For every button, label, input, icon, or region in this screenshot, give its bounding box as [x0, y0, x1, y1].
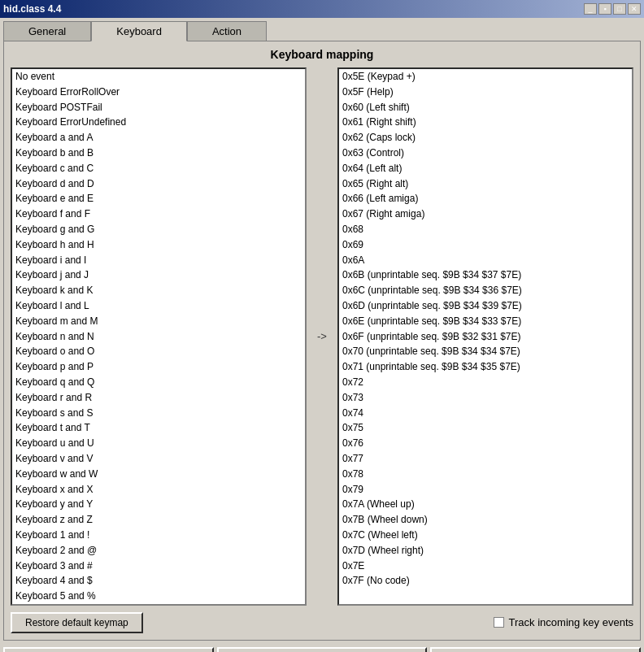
panel-title: Keyboard mapping	[11, 48, 633, 61]
list-item[interactable]: 0x73	[339, 390, 632, 406]
list-item[interactable]: 0x6B (unprintable seq. $9B $34 $37 $7E)	[339, 267, 632, 283]
list-item[interactable]: 0x64 (Left alt)	[339, 161, 632, 176]
list-item[interactable]: 0x6E (unprintable seq. $9B $34 $33 $7E)	[339, 314, 632, 329]
list-item[interactable]: Keyboard 3 and #	[12, 559, 305, 574]
use-button[interactable]: Use	[430, 647, 641, 652]
arrow-indicator: ->	[310, 67, 334, 606]
list-item[interactable]: 0x63 (Control)	[339, 146, 632, 161]
footer-buttons: Save Save as Default Use	[3, 647, 641, 652]
list-item[interactable]: Keyboard e and E	[12, 191, 305, 206]
list-item[interactable]: 0x7A (Wheel up)	[339, 497, 632, 512]
list-item[interactable]: 0x61 (Right shift)	[339, 115, 632, 130]
save-as-default-button[interactable]: Save as Default	[217, 647, 428, 652]
save-button[interactable]: Save	[3, 647, 214, 652]
list-item[interactable]: Keyboard t and T	[12, 420, 305, 436]
list-item[interactable]: Keyboard c and C	[12, 161, 305, 176]
list-item[interactable]: 0x78	[339, 467, 632, 482]
left-list[interactable]: No eventKeyboard ErrorRollOverKeyboard P…	[11, 67, 307, 606]
lists-container: No eventKeyboard ErrorRollOverKeyboard P…	[11, 67, 633, 606]
restore-button[interactable]: ▪	[598, 3, 611, 15]
list-item[interactable]: Keyboard m and M	[12, 314, 305, 329]
window-title: hid.class 4.4	[3, 3, 61, 15]
list-item[interactable]: Keyboard k and K	[12, 283, 305, 298]
list-item[interactable]: 0x70 (unprintable seq. $9B $34 $34 $7E)	[339, 344, 632, 359]
list-item[interactable]: Keyboard 4 and $	[12, 573, 305, 589]
tab-keyboard[interactable]: Keyboard	[91, 21, 187, 41]
title-bar-buttons: _ ▪ □ ✕	[584, 3, 641, 15]
list-item[interactable]: 0x76	[339, 436, 632, 451]
list-item[interactable]: Keyboard y and Y	[12, 497, 305, 512]
list-item[interactable]: 0x77	[339, 451, 632, 467]
list-item[interactable]: Keyboard POSTFail	[12, 100, 305, 115]
restore-default-keymap-button[interactable]: Restore default keymap	[11, 612, 143, 633]
list-item[interactable]: 0x7D (Wheel right)	[339, 543, 632, 559]
list-item[interactable]: 0x6D (unprintable seq. $9B $34 $39 $7E)	[339, 298, 632, 314]
list-item[interactable]: Keyboard j and J	[12, 267, 305, 283]
list-item[interactable]: Keyboard w and W	[12, 467, 305, 482]
tab-general[interactable]: General	[3, 21, 91, 41]
list-item[interactable]: Keyboard a and A	[12, 130, 305, 146]
maximize-button[interactable]: □	[613, 3, 626, 15]
list-item[interactable]: 0x67 (Right amiga)	[339, 206, 632, 222]
list-item[interactable]: 0x6C (unprintable seq. $9B $34 $36 $7E)	[339, 283, 632, 298]
main-panel: Keyboard mapping No eventKeyboard ErrorR…	[3, 41, 641, 641]
list-item[interactable]: Keyboard l and L	[12, 298, 305, 314]
list-item[interactable]: Keyboard n and N	[12, 329, 305, 345]
list-item[interactable]: Keyboard i and I	[12, 253, 305, 268]
list-item[interactable]: 0x5F (Help)	[339, 85, 632, 100]
list-item[interactable]: 0x71 (unprintable seq. $9B $34 $35 $7E)	[339, 359, 632, 375]
list-item[interactable]: Keyboard v and V	[12, 451, 305, 467]
minimize-button[interactable]: _	[584, 3, 597, 15]
list-item[interactable]: Keyboard p and P	[12, 359, 305, 375]
list-item[interactable]: 0x6F (unprintable seq. $9B $32 $31 $7E)	[339, 329, 632, 345]
list-item[interactable]: Keyboard x and X	[12, 482, 305, 498]
list-item[interactable]: Keyboard ErrorRollOver	[12, 85, 305, 100]
track-label: Track incoming key events	[509, 616, 633, 628]
bottom-controls: Restore default keymap Track incoming ke…	[11, 612, 633, 633]
list-item[interactable]: 0x7E	[339, 559, 632, 574]
title-bar: hid.class 4.4 _ ▪ □ ✕	[0, 0, 644, 18]
tab-bar: General Keyboard Action	[3, 21, 641, 41]
list-item[interactable]: Keyboard ErrorUndefined	[12, 115, 305, 130]
tab-action[interactable]: Action	[187, 21, 267, 41]
track-checkbox[interactable]	[494, 617, 504, 628]
list-item[interactable]: Keyboard h and H	[12, 237, 305, 253]
list-item[interactable]: Keyboard z and Z	[12, 512, 305, 528]
list-item[interactable]: 0x72	[339, 375, 632, 390]
list-item[interactable]: 0x5E (Keypad +)	[339, 69, 632, 85]
close-button[interactable]: ✕	[628, 3, 641, 15]
list-item[interactable]: 0x79	[339, 482, 632, 498]
list-item[interactable]: Keyboard f and F	[12, 206, 305, 222]
list-item[interactable]: 0x68	[339, 222, 632, 237]
list-item[interactable]: 0x65 (Right alt)	[339, 176, 632, 192]
list-item[interactable]: 0x7C (Wheel left)	[339, 528, 632, 543]
list-item[interactable]: 0x62 (Caps lock)	[339, 130, 632, 146]
window-body: General Keyboard Action Keyboard mapping…	[0, 18, 644, 652]
list-item[interactable]: No event	[12, 69, 305, 85]
list-item[interactable]: Keyboard d and D	[12, 176, 305, 192]
list-item[interactable]: 0x60 (Left shift)	[339, 100, 632, 115]
list-item[interactable]: Keyboard 1 and !	[12, 528, 305, 543]
list-item[interactable]: 0x69	[339, 237, 632, 253]
track-incoming-control: Track incoming key events	[494, 616, 633, 628]
list-item[interactable]: Keyboard q and Q	[12, 375, 305, 390]
list-item[interactable]: 0x66 (Left amiga)	[339, 191, 632, 206]
list-item[interactable]: 0x6A	[339, 253, 632, 268]
list-item[interactable]: 0x7F (No code)	[339, 573, 632, 589]
list-item[interactable]: 0x74	[339, 406, 632, 421]
list-item[interactable]: 0x7B (Wheel down)	[339, 512, 632, 528]
list-item[interactable]: Keyboard o and O	[12, 344, 305, 359]
list-item[interactable]: Keyboard g and G	[12, 222, 305, 237]
right-list[interactable]: 0x5E (Keypad +)0x5F (Help)0x60 (Left shi…	[337, 67, 633, 606]
list-item[interactable]: Keyboard b and B	[12, 146, 305, 161]
list-item[interactable]: Keyboard s and S	[12, 406, 305, 421]
list-item[interactable]: Keyboard r and R	[12, 390, 305, 406]
list-item[interactable]: Keyboard u and U	[12, 436, 305, 451]
list-item[interactable]: Keyboard 2 and @	[12, 543, 305, 559]
list-item[interactable]: Keyboard 5 and %	[12, 589, 305, 604]
list-item[interactable]: 0x75	[339, 420, 632, 436]
